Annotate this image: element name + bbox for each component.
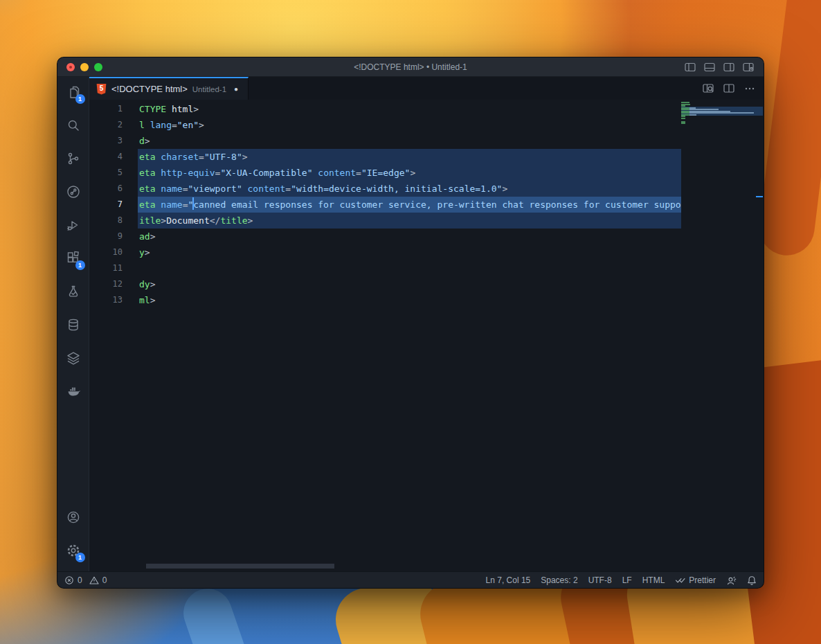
html5-file-icon: 5 xyxy=(96,84,107,95)
code-text[interactable]: y> xyxy=(123,244,150,260)
code-line[interactable]: 11 xyxy=(89,260,681,276)
minimize-button[interactable] xyxy=(80,63,89,71)
minimap-line xyxy=(681,123,685,124)
error-count: 0 xyxy=(78,575,82,585)
tab-detail: Untitled-1 xyxy=(192,85,226,93)
code-text[interactable]: d> xyxy=(123,133,150,149)
line-number[interactable]: 12 xyxy=(89,276,123,292)
warning-count: 0 xyxy=(102,575,107,585)
status-bar: 0 0 Ln 7, Col 15 Spaces: 2 UTF-8 LF HTML… xyxy=(57,571,764,588)
toggle-primary-sidebar-icon[interactable] xyxy=(685,62,696,72)
account-icon[interactable] xyxy=(64,508,83,527)
code-line[interactable]: 3d> xyxy=(89,133,681,149)
code-text[interactable]: dy> xyxy=(123,276,155,292)
code-line[interactable]: 12dy> xyxy=(89,276,681,292)
code-editor[interactable]: 1CTYPE html>2l lang="en">3d>4eta charset… xyxy=(89,100,681,571)
code-line[interactable]: 10y> xyxy=(89,244,681,260)
docker-icon[interactable] xyxy=(64,382,83,401)
line-number[interactable]: 4 xyxy=(89,149,123,165)
formatter-status[interactable]: Prettier xyxy=(675,575,716,585)
code-line[interactable]: 7eta name="canned email responses for cu… xyxy=(89,197,681,213)
tab-bar: 5 <!DOCTYPE html> Untitled-1 ● xyxy=(89,77,764,100)
open-preview-icon[interactable] xyxy=(703,83,714,93)
code-line[interactable]: 9ad> xyxy=(89,229,681,244)
explorer-badge: 1 xyxy=(75,94,85,104)
code-text[interactable]: l lang="en"> xyxy=(123,117,204,133)
wallpaper-stripe xyxy=(177,582,282,644)
line-number[interactable]: 10 xyxy=(89,244,123,260)
minimap-line xyxy=(681,119,764,120)
code-text[interactable]: ad> xyxy=(123,229,155,244)
minimap-lines xyxy=(681,102,764,124)
settings-gear-icon[interactable]: 1 xyxy=(64,541,83,560)
explorer-icon[interactable]: 1 xyxy=(64,82,83,102)
line-number[interactable]: 11 xyxy=(89,260,123,276)
tab-doctype-html[interactable]: 5 <!DOCTYPE html> Untitled-1 ● xyxy=(89,77,249,100)
git-graph-icon[interactable] xyxy=(64,182,83,202)
close-button[interactable] xyxy=(66,63,75,71)
eol-sequence[interactable]: LF xyxy=(622,575,632,585)
code-line[interactable]: 13ml> xyxy=(89,292,681,308)
search-icon[interactable] xyxy=(64,116,83,135)
warning-icon xyxy=(89,575,99,585)
line-number[interactable]: 5 xyxy=(89,165,123,181)
problems-indicator[interactable]: 0 0 xyxy=(64,575,107,585)
database-icon[interactable] xyxy=(64,315,83,334)
code-line[interactable]: 8itle>Document</title> xyxy=(89,213,681,229)
cursor-position[interactable]: Ln 7, Col 15 xyxy=(486,575,531,585)
minimap[interactable] xyxy=(681,100,764,571)
settings-badge: 1 xyxy=(75,553,85,562)
more-actions-icon[interactable] xyxy=(744,83,755,93)
line-number[interactable]: 8 xyxy=(89,213,123,229)
line-number[interactable]: 1 xyxy=(89,101,123,117)
line-number[interactable]: 13 xyxy=(89,292,123,308)
language-mode[interactable]: HTML xyxy=(642,575,665,585)
code-text[interactable]: eta charset="UTF-8"> xyxy=(123,149,248,165)
code-line[interactable]: 4eta charset="UTF-8"> xyxy=(89,149,681,165)
error-icon xyxy=(64,575,74,585)
code-line[interactable]: 6eta name="viewport" content="width=devi… xyxy=(89,181,681,197)
testing-icon[interactable] xyxy=(64,282,83,301)
code-text[interactable]: eta http-equiv="X-UA-Compatible" content… xyxy=(123,165,415,181)
indentation[interactable]: Spaces: 2 xyxy=(541,575,577,585)
code-line[interactable]: 2l lang="en"> xyxy=(89,117,681,133)
line-number[interactable]: 3 xyxy=(89,133,123,149)
code-text[interactable]: eta name="canned email responses for cus… xyxy=(123,197,681,213)
code-text[interactable]: itle>Document</title> xyxy=(123,213,253,229)
line-number[interactable]: 9 xyxy=(89,229,123,244)
line-number[interactable]: 6 xyxy=(89,181,123,197)
extensions-badge: 1 xyxy=(75,260,85,270)
run-and-debug-icon[interactable] xyxy=(64,215,83,235)
feedback-icon[interactable] xyxy=(726,575,737,585)
vscode-window: <!DOCTYPE html> • Untitled-1 xyxy=(57,57,764,589)
notifications-bell-icon[interactable] xyxy=(747,575,757,585)
code-text[interactable] xyxy=(123,260,139,276)
desktop: <!DOCTYPE html> • Untitled-1 xyxy=(0,0,821,644)
tab-label: <!DOCTYPE html> xyxy=(111,84,188,94)
window-title: <!DOCTYPE html> • Untitled-1 xyxy=(354,62,467,72)
toggle-panel-icon[interactable] xyxy=(704,62,715,72)
line-number[interactable]: 7 xyxy=(89,197,123,213)
extensions-icon[interactable]: 1 xyxy=(64,249,83,268)
modified-dot-icon[interactable]: ● xyxy=(234,85,238,93)
horizontal-scrollbar[interactable] xyxy=(146,564,334,569)
source-control-icon[interactable] xyxy=(64,149,83,168)
code-text[interactable]: eta name="viewport" content="width=devic… xyxy=(123,181,507,197)
overview-ruler-cursor xyxy=(756,196,763,197)
customize-layout-icon[interactable] xyxy=(743,62,754,72)
wallpaper-stripe xyxy=(756,0,821,258)
title-bar[interactable]: <!DOCTYPE html> • Untitled-1 xyxy=(57,57,764,77)
layers-icon[interactable] xyxy=(64,348,83,368)
code-lines: 1CTYPE html>2l lang="en">3d>4eta charset… xyxy=(89,101,681,308)
encoding[interactable]: UTF-8 xyxy=(588,575,612,585)
toggle-secondary-sidebar-icon[interactable] xyxy=(723,62,734,72)
line-number[interactable]: 2 xyxy=(89,117,123,133)
code-text[interactable]: ml> xyxy=(123,292,155,308)
window-controls xyxy=(66,63,102,71)
code-line[interactable]: 1CTYPE html> xyxy=(89,101,681,117)
split-editor-icon[interactable] xyxy=(723,83,735,93)
code-line[interactable]: 5eta http-equiv="X-UA-Compatible" conten… xyxy=(89,165,681,181)
code-text[interactable]: CTYPE html> xyxy=(123,101,199,117)
activity-bar: 1 1 xyxy=(57,77,89,571)
zoom-button[interactable] xyxy=(94,63,102,71)
